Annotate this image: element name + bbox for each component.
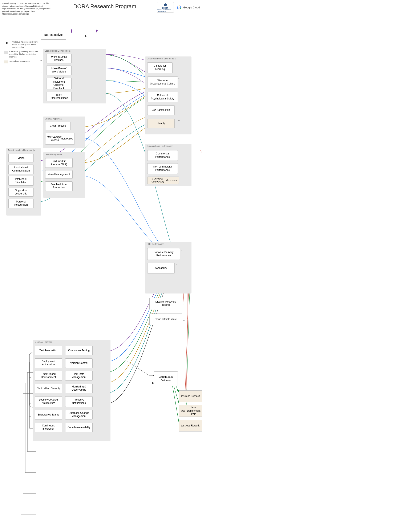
org-performance-label: Organizational Performance <box>147 145 173 147</box>
node-climate-learning: Climate for Learning <box>147 62 173 73</box>
technical-practices-label: Technical Practices <box>34 341 52 343</box>
node-functional-outsourcing: Functional Outsourcing decreases <box>147 176 179 184</box>
legend: Predictive Relationship: Colors are for … <box>4 41 40 65</box>
arrow-svg <box>4 42 11 44</box>
lean-product-group: Lean Product Development Work in Small B… <box>43 49 106 104</box>
svg-point-2 <box>180 8 181 9</box>
dora-label: DORA <box>162 7 168 9</box>
diagram: Trust → Voice Autonomy Retrospectives Pr… <box>2 18 202 523</box>
node-westrum: Westrum Organizational Culture <box>147 77 178 88</box>
functional-decreases: decreases <box>166 179 177 182</box>
node-monitoring: Monitoring & Observability <box>65 384 93 393</box>
node-continuous-delivery: Continuous Delivery <box>154 371 178 386</box>
node-shift-left: Shift Left on Security <box>35 384 62 393</box>
sdo-performance-label: SDO Performance <box>147 243 164 245</box>
lean-product-label: Lean Product Development <box>45 50 70 52</box>
node-less-rework: less less Rework <box>179 420 202 432</box>
commercial-arrow: ← <box>178 150 181 154</box>
legend-gray-item: Constructs grouped by theme: For readabi… <box>4 50 40 58</box>
identity-arrow: ← <box>178 119 181 122</box>
node-disaster-recovery: Disaster Recovery Testing <box>149 298 182 309</box>
node-limit-wip: Limit Work in Process (WIP) <box>45 158 73 168</box>
transformational-label: Transformational Leadership <box>8 149 35 151</box>
node-make-flow-visible: Make Flow of Work Visible <box>46 65 72 75</box>
legend-light-item: Second - order construct <box>4 60 40 63</box>
node-feedback-production: Feedback from Production <box>45 182 73 191</box>
legend-gray-text: Constructs grouped by theme: For readabi… <box>9 50 40 58</box>
burnout-label: less Burnout <box>186 395 200 398</box>
header-meta: Created January 17, 2020. An interactive… <box>2 2 53 15</box>
svg-line-19 <box>128 362 149 376</box>
header: Created January 17, 2020. An interactive… <box>2 2 200 15</box>
culture-label: Culture and Work Environment <box>147 58 176 60</box>
tech-arrow-2: → <box>29 363 32 366</box>
change-approvals-group: Change Approvals Clear Process Heavyweig… <box>43 117 85 148</box>
google-cloud-label: Google Cloud <box>183 6 200 9</box>
tech-arrow-4: → <box>29 388 32 392</box>
node-test-automation: Test Automation <box>35 346 62 355</box>
lean-arrow-1: → <box>39 58 42 62</box>
dora-sublabel: DEVOPS RESEARCH & ASSESSMENT <box>157 9 174 12</box>
node-continuous-testing: Continuous Testing <box>65 346 93 355</box>
node-code-maintainability: Code Maintainability <box>65 423 93 432</box>
page-container: Created January 17, 2020. An interactive… <box>0 0 202 525</box>
node-commercial: Commercial Performance <box>147 150 178 161</box>
node-version-control: Version Control <box>65 358 93 368</box>
node-test-data-mgmt: Test Data Management <box>65 371 93 381</box>
svg-point-1 <box>178 5 179 6</box>
noncommercial-arrow: ← <box>178 163 181 167</box>
availability-arrow: ← <box>176 263 179 266</box>
dora-icon: ⬟ <box>164 3 167 7</box>
google-cloud-logo: Google Cloud <box>176 4 200 11</box>
lean-arrow-2: → <box>39 70 42 73</box>
node-heavyweight-process: Heavyweight Process decreases <box>45 133 75 144</box>
node-work-small-batches: Work in Small Batches <box>46 54 72 63</box>
legend-arrow-text: Predictive Relationship: Colors are for … <box>12 41 40 49</box>
svg-point-3 <box>177 8 178 9</box>
rework-label: less Rework <box>186 424 200 428</box>
tech-arrow-3: → <box>29 376 32 379</box>
node-noncommercial: Non-commercial Performance <box>147 163 178 174</box>
tech-arrow-5: → <box>29 402 32 405</box>
change-approvals-label: Change Approvals <box>45 117 62 120</box>
node-psych-safety: Culture of Psychological Safety <box>147 92 178 102</box>
sdp-arrow: ← <box>181 248 183 252</box>
tech-arrow-6: → <box>29 415 32 418</box>
header-logos: ⬟ DORA DEVOPS RESEARCH & ASSESSMENT Goog… <box>157 2 200 13</box>
legend-light-box <box>4 60 8 63</box>
svg-line-32 <box>186 289 188 394</box>
svg-line-26 <box>200 149 202 156</box>
node-trunk-based: Trunk-Based Development <box>35 371 62 381</box>
google-cloud-icon <box>176 4 182 11</box>
lean-management-label: Lean Management <box>45 153 62 156</box>
legend-arrow-icon <box>4 41 11 45</box>
less-label-1: less <box>181 395 186 398</box>
org-performance-group: Organizational Performance Commercial Pe… <box>145 144 191 186</box>
node-clear-process: Clear Process <box>45 122 70 130</box>
node-continuous-integration: Continuous Integration <box>35 423 62 432</box>
node-proactive-notifications: Proactive Notifications <box>65 396 93 407</box>
technical-practices-group: Technical Practices Test Automation Depl… <box>33 340 110 441</box>
culture-group: Culture and Work Environment Climate for… <box>145 57 191 134</box>
functional-label: Functional Outsourcing <box>149 177 166 183</box>
sdo-performance-group: SDO Performance Software Delivery Perfor… <box>145 242 191 293</box>
node-gather-feedback: Gather & Implement Customer Feedback <box>46 78 72 89</box>
node-inspirational: Inspirational Communication <box>8 165 34 174</box>
node-less-burnout: less less Burnout <box>179 390 202 402</box>
heavyweight-label: Heavyweight Process <box>47 136 62 142</box>
node-database-change: Database Change Management <box>65 410 93 420</box>
node-cloud-infrastructure: Cloud Infrastructure <box>149 313 182 325</box>
top-row: Trust → Voice Autonomy Retrospectives <box>41 33 68 37</box>
tech-arrow-7: → <box>29 427 32 431</box>
legend-light-text: Second - order construct <box>9 60 30 63</box>
dora-logo: ⬟ DORA DEVOPS RESEARCH & ASSESSMENT <box>157 2 174 13</box>
deployment-pain-label: less Deployment Pain <box>185 406 202 416</box>
node-job-satisfaction: Job Satisfaction <box>147 105 175 115</box>
node-empowered-teams: Empowered Teams <box>35 410 62 420</box>
cloud-arrow: ← <box>182 319 185 322</box>
disaster-arrow: ← <box>182 303 185 306</box>
node-identity: Identity <box>147 119 175 128</box>
node-intellectual: Intellectual Stimulation <box>8 176 34 186</box>
transformational-group: Transformational Leadership Vision Inspi… <box>6 148 41 215</box>
node-availability: Availability <box>147 263 175 273</box>
